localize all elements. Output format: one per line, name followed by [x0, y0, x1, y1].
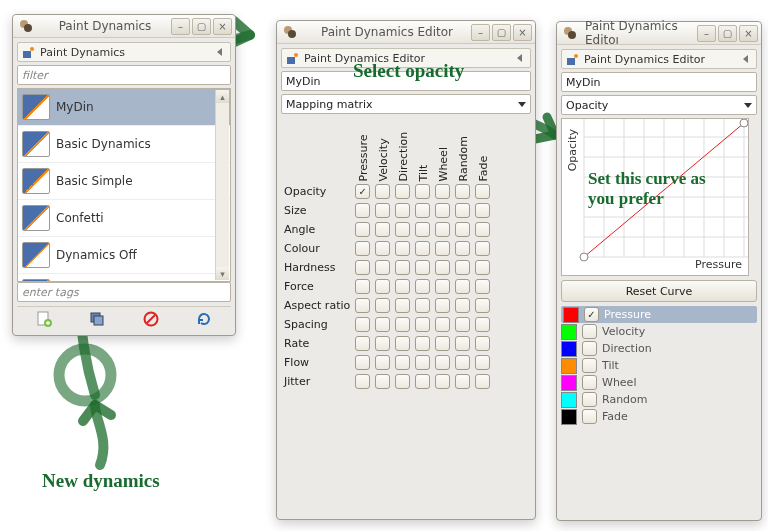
matrix-checkbox[interactable]: [375, 279, 390, 294]
legend-checkbox[interactable]: [582, 375, 597, 390]
matrix-checkbox[interactable]: [395, 355, 410, 370]
matrix-checkbox[interactable]: [435, 184, 450, 199]
list-item[interactable]: Dynamics Random: [18, 274, 230, 282]
matrix-checkbox[interactable]: [355, 355, 370, 370]
close-button[interactable]: ×: [213, 18, 232, 35]
duplicate-button[interactable]: [87, 309, 107, 329]
matrix-checkbox[interactable]: [415, 260, 430, 275]
matrix-checkbox[interactable]: [435, 355, 450, 370]
matrix-checkbox[interactable]: [415, 203, 430, 218]
minimize-button[interactable]: –: [471, 24, 490, 41]
new-dynamics-button[interactable]: [34, 309, 54, 329]
matrix-checkbox[interactable]: [435, 336, 450, 351]
matrix-checkbox[interactable]: [395, 184, 410, 199]
matrix-checkbox[interactable]: [435, 279, 450, 294]
delete-button[interactable]: [141, 309, 161, 329]
refresh-button[interactable]: [194, 309, 214, 329]
matrix-checkbox[interactable]: [435, 203, 450, 218]
legend-item[interactable]: Velocity: [561, 323, 757, 340]
matrix-checkbox[interactable]: [395, 260, 410, 275]
matrix-checkbox[interactable]: [375, 374, 390, 389]
matrix-checkbox[interactable]: [355, 279, 370, 294]
matrix-checkbox[interactable]: [475, 260, 490, 275]
matrix-checkbox[interactable]: [455, 317, 470, 332]
matrix-checkbox[interactable]: [395, 222, 410, 237]
matrix-checkbox[interactable]: [355, 260, 370, 275]
list-item[interactable]: Basic Dynamics: [18, 126, 230, 163]
minimize-button[interactable]: –: [171, 18, 190, 35]
matrix-checkbox[interactable]: [455, 279, 470, 294]
matrix-checkbox[interactable]: [415, 279, 430, 294]
titlebar[interactable]: Paint Dynamics Editoı – ▢ ×: [557, 22, 761, 45]
matrix-checkbox[interactable]: [415, 355, 430, 370]
close-button[interactable]: ×: [739, 25, 758, 42]
matrix-checkbox[interactable]: [375, 222, 390, 237]
matrix-checkbox[interactable]: [355, 184, 370, 199]
maximize-button[interactable]: ▢: [192, 18, 211, 35]
matrix-checkbox[interactable]: [395, 279, 410, 294]
matrix-checkbox[interactable]: [455, 222, 470, 237]
list-item[interactable]: Basic Simple: [18, 163, 230, 200]
legend-item[interactable]: Pressure: [561, 306, 757, 323]
matrix-checkbox[interactable]: [395, 374, 410, 389]
maximize-button[interactable]: ▢: [492, 24, 511, 41]
matrix-checkbox[interactable]: [475, 317, 490, 332]
matrix-checkbox[interactable]: [355, 317, 370, 332]
output-dropdown[interactable]: Opacity: [561, 95, 757, 115]
matrix-checkbox[interactable]: [435, 374, 450, 389]
matrix-checkbox[interactable]: [395, 241, 410, 256]
titlebar[interactable]: Paint Dynamics Editor – ▢ ×: [277, 21, 535, 44]
dock-menu-icon[interactable]: [512, 51, 526, 65]
matrix-checkbox[interactable]: [475, 374, 490, 389]
dynamics-list[interactable]: ▴ ▾ MyDinBasic DynamicsBasic SimpleConfe…: [17, 88, 231, 282]
matrix-checkbox[interactable]: [455, 374, 470, 389]
matrix-checkbox[interactable]: [395, 298, 410, 313]
legend-item[interactable]: Random: [561, 391, 757, 408]
matrix-checkbox[interactable]: [435, 317, 450, 332]
matrix-checkbox[interactable]: [475, 336, 490, 351]
matrix-checkbox[interactable]: [375, 298, 390, 313]
dock-tab[interactable]: Paint Dynamics Editor: [561, 49, 757, 69]
matrix-checkbox[interactable]: [455, 336, 470, 351]
matrix-checkbox[interactable]: [475, 241, 490, 256]
legend-checkbox[interactable]: [582, 409, 597, 424]
list-item[interactable]: MyDin: [18, 89, 230, 126]
matrix-checkbox[interactable]: [355, 241, 370, 256]
matrix-checkbox[interactable]: [375, 260, 390, 275]
close-button[interactable]: ×: [513, 24, 532, 41]
matrix-checkbox[interactable]: [435, 260, 450, 275]
legend-checkbox[interactable]: [582, 392, 597, 407]
matrix-checkbox[interactable]: [395, 203, 410, 218]
filter-input[interactable]: filter: [17, 65, 231, 85]
matrix-checkbox[interactable]: [455, 241, 470, 256]
matrix-checkbox[interactable]: [375, 317, 390, 332]
dock-menu-icon[interactable]: [738, 52, 752, 66]
dock-menu-icon[interactable]: [212, 45, 226, 59]
matrix-checkbox[interactable]: [415, 184, 430, 199]
list-item[interactable]: Confetti: [18, 200, 230, 237]
matrix-checkbox[interactable]: [455, 260, 470, 275]
legend-item[interactable]: Fade: [561, 408, 757, 425]
matrix-checkbox[interactable]: [395, 336, 410, 351]
legend-item[interactable]: Direction: [561, 340, 757, 357]
matrix-checkbox[interactable]: [355, 336, 370, 351]
matrix-checkbox[interactable]: [355, 298, 370, 313]
dynamics-name-input[interactable]: MyDin: [561, 72, 757, 92]
matrix-checkbox[interactable]: [375, 184, 390, 199]
matrix-checkbox[interactable]: [475, 298, 490, 313]
matrix-checkbox[interactable]: [375, 241, 390, 256]
list-item[interactable]: Dynamics Off: [18, 237, 230, 274]
scroll-down-icon[interactable]: ▾: [216, 267, 229, 280]
matrix-checkbox[interactable]: [415, 374, 430, 389]
reset-curve-button[interactable]: Reset Curve: [561, 280, 757, 302]
legend-checkbox[interactable]: [582, 324, 597, 339]
legend-item[interactable]: Wheel: [561, 374, 757, 391]
legend-item[interactable]: Tilt: [561, 357, 757, 374]
matrix-checkbox[interactable]: [375, 336, 390, 351]
tags-input[interactable]: enter tags: [17, 282, 231, 302]
dock-tab[interactable]: Paint Dynamics Editor: [281, 48, 531, 68]
matrix-checkbox[interactable]: [415, 317, 430, 332]
matrix-checkbox[interactable]: [395, 317, 410, 332]
matrix-checkbox[interactable]: [375, 355, 390, 370]
matrix-checkbox[interactable]: [475, 279, 490, 294]
